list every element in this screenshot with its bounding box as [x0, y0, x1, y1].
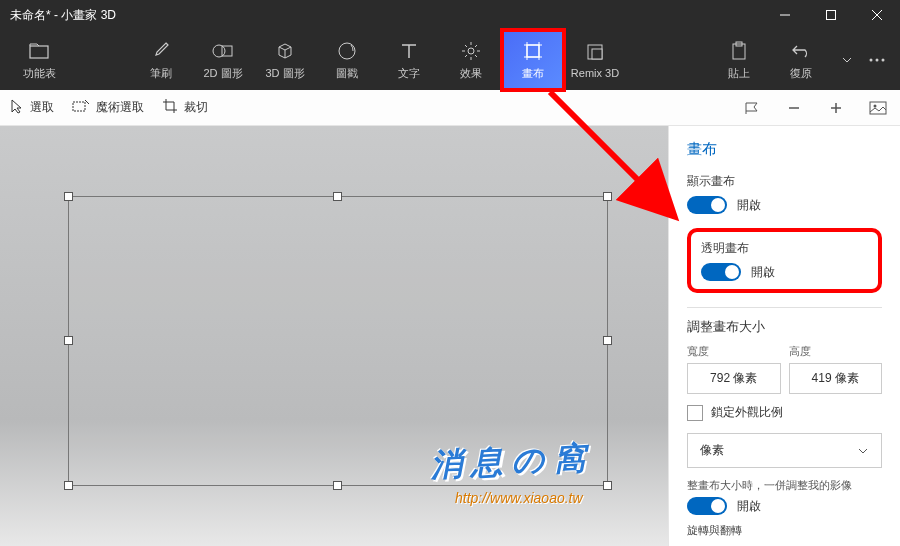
show-canvas-state: 開啟: [737, 197, 761, 214]
svg-point-7: [339, 43, 355, 59]
show-canvas-label: 顯示畫布: [687, 173, 882, 190]
panel-title: 畫布: [687, 140, 882, 159]
flip-label: 旋轉與翻轉: [687, 523, 882, 538]
clipboard-icon: [731, 40, 747, 62]
canvas-icon: [523, 40, 543, 62]
resize-image-toggle[interactable]: [687, 497, 727, 515]
svg-point-8: [468, 48, 474, 54]
height-label: 高度: [789, 344, 883, 359]
remix3d-button[interactable]: Remix 3D: [564, 30, 626, 90]
sticker-icon: [337, 40, 357, 62]
undo-icon: [791, 40, 811, 62]
transparent-highlight: 透明畫布 開啟: [687, 228, 882, 293]
pointer-icon: [10, 98, 24, 117]
svg-rect-1: [827, 11, 836, 20]
svg-line-13: [465, 45, 467, 47]
view-flag-button[interactable]: [740, 101, 764, 115]
stickers-button[interactable]: 圖戳: [316, 30, 378, 90]
chevron-down-icon: [857, 444, 869, 458]
transparent-state: 開啟: [751, 264, 775, 281]
resize-handle[interactable]: [64, 192, 73, 201]
zoom-out-button[interactable]: [782, 101, 806, 115]
svg-point-28: [882, 59, 885, 62]
resize-handle[interactable]: [603, 192, 612, 201]
svg-line-15: [475, 45, 477, 47]
resize-handle[interactable]: [64, 336, 73, 345]
main-toolbar: 功能表 筆刷 2D 圖形 3D 圖形 圖戳 文字 效果 畫布 Remix 3D …: [0, 30, 900, 90]
brush-icon: [152, 40, 170, 62]
shapes3d-button[interactable]: 3D 圖形: [254, 30, 316, 90]
resize-handle[interactable]: [603, 481, 612, 490]
select-tool[interactable]: 選取: [10, 98, 54, 117]
width-label: 寬度: [687, 344, 781, 359]
svg-rect-23: [592, 49, 602, 59]
menu-button[interactable]: 功能表: [8, 30, 70, 90]
more-icon: [869, 49, 885, 71]
folder-icon: [29, 40, 49, 62]
magic-icon: [72, 99, 90, 116]
paste-button[interactable]: 貼上: [708, 30, 770, 90]
canvas-button[interactable]: 畫布: [502, 30, 564, 90]
shapes2d-icon: [212, 40, 234, 62]
shapes2d-button[interactable]: 2D 圖形: [192, 30, 254, 90]
svg-point-27: [876, 59, 879, 62]
dropdown-button[interactable]: [832, 30, 862, 90]
svg-rect-29: [73, 102, 85, 111]
svg-line-14: [475, 55, 477, 57]
remix-icon: [585, 41, 605, 63]
resize-image-state: 開啟: [737, 498, 761, 515]
more-button[interactable]: [862, 30, 892, 90]
resize-note: 整畫布大小時，一併調整我的影像: [687, 478, 882, 493]
svg-point-5: [213, 45, 225, 57]
canvas-selection[interactable]: [68, 196, 608, 486]
height-input[interactable]: 419 像素: [789, 363, 883, 394]
window-title: 未命名* - 小畫家 3D: [10, 7, 116, 24]
close-button[interactable]: [854, 0, 900, 30]
chevron-down-icon: [842, 49, 852, 71]
zoom-in-button[interactable]: [824, 101, 848, 115]
svg-rect-4: [30, 46, 48, 58]
effects-button[interactable]: 效果: [440, 30, 502, 90]
resize-handle[interactable]: [333, 481, 342, 490]
transparent-toggle[interactable]: [701, 263, 741, 281]
titlebar: 未命名* - 小畫家 3D: [0, 0, 900, 30]
view-image-button[interactable]: [866, 101, 890, 115]
svg-rect-17: [527, 45, 539, 57]
text-icon: [400, 40, 418, 62]
resize-handle[interactable]: [603, 336, 612, 345]
transparent-label: 透明畫布: [701, 240, 868, 257]
magic-select-tool[interactable]: 魔術選取: [72, 99, 144, 116]
sub-toolbar: 選取 魔術選取 裁切: [0, 90, 900, 126]
lock-aspect-checkbox[interactable]: [687, 405, 703, 421]
lock-aspect-label: 鎖定外觀比例: [711, 404, 783, 421]
width-input[interactable]: 792 像素: [687, 363, 781, 394]
show-canvas-toggle[interactable]: [687, 196, 727, 214]
svg-line-16: [465, 55, 467, 57]
brush-button[interactable]: 筆刷: [130, 30, 192, 90]
crop-tool[interactable]: 裁切: [162, 98, 208, 117]
text-button[interactable]: 文字: [378, 30, 440, 90]
svg-point-34: [874, 104, 877, 107]
unit-select[interactable]: 像素: [687, 433, 882, 468]
canvas-viewport[interactable]: [0, 126, 668, 546]
resize-handle[interactable]: [64, 481, 73, 490]
canvas-panel: 畫布 顯示畫布 開啟 透明畫布 開啟 調整畫布大小 寬度 792 像素 高度: [668, 126, 900, 546]
crop-icon: [162, 98, 178, 117]
minimize-button[interactable]: [762, 0, 808, 30]
resize-handle[interactable]: [333, 192, 342, 201]
maximize-button[interactable]: [808, 0, 854, 30]
effects-icon: [461, 40, 481, 62]
resize-title: 調整畫布大小: [687, 318, 882, 336]
svg-point-26: [870, 59, 873, 62]
undo-button[interactable]: 復原: [770, 30, 832, 90]
cube-icon: [275, 40, 295, 62]
